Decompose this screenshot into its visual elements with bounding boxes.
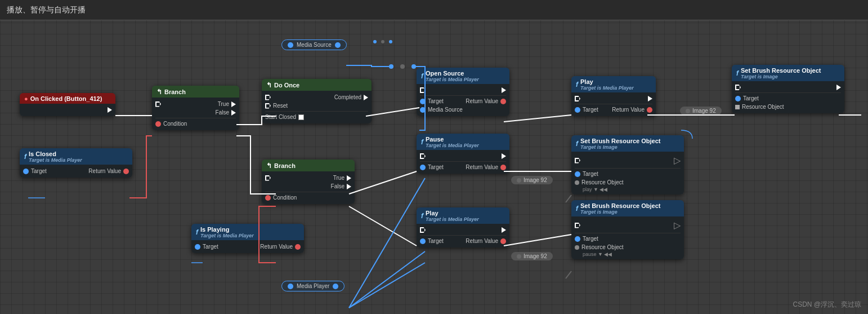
pause-target: Target Return Value: [420, 163, 506, 171]
do-once-header: ↰ Do Once: [262, 79, 372, 91]
start-closed-checkbox[interactable]: [298, 114, 304, 120]
sb3-res-pin: [575, 245, 579, 250]
sb3-resource: Resource Object: [575, 243, 681, 251]
exec-in: [265, 95, 271, 100]
sb1-res-pin: [735, 105, 740, 109]
exec-arrow-icon: [108, 107, 112, 113]
pause-node: f Pause Target is Media Player Target Re…: [417, 134, 509, 174]
sb3-res-label: pause ▼ ◀◀: [575, 251, 681, 257]
pl2-exec-out: [648, 96, 652, 101]
media-source-connectors: [373, 40, 392, 43]
return-pin: [123, 169, 129, 174]
is-playing-node: f Is Playing Target is Media Player Targ…: [191, 224, 304, 253]
branch2-condition: Condition: [265, 193, 351, 202]
os-exec-in: [420, 87, 426, 93]
branch1-node: ↰ Branch True False Condition: [152, 86, 239, 130]
sb1-target: Target: [735, 94, 841, 103]
pl-target: [420, 238, 426, 244]
img-pin1: [686, 109, 690, 113]
mp-pin: [288, 284, 293, 289]
play2-exec: [575, 95, 652, 103]
open-source-target: Target Return Value: [420, 97, 506, 105]
dot1: [373, 40, 377, 43]
p-target: [420, 165, 426, 170]
sb2-exec: ▷: [575, 154, 681, 167]
set-brush3-body: ▷ Target Resource Object pause ▼ ◀◀: [571, 216, 684, 259]
play2-pins: Target Return Value: [575, 105, 652, 114]
is-closed-node: f Is Closed Target is Media Player Targe…: [20, 148, 132, 178]
mp-out-pin: [333, 284, 338, 289]
exec-in2: [265, 175, 271, 181]
title-bar: 播放、暂停与自动开播: [0, 0, 868, 20]
do-once-body: Completed Reset Start Closed: [262, 91, 372, 123]
branch2-body: True False Condition: [262, 171, 355, 204]
set-brush3-node: f Set Brush Resource Object Target is Im…: [571, 200, 684, 259]
set-brush2-node: f Set Brush Resource Object Target is Im…: [571, 135, 684, 194]
page-title: 播放、暂停与自动开播: [7, 5, 86, 15]
branch1-header: ↰ Branch: [152, 86, 239, 98]
return-pin2: [295, 244, 301, 250]
play-body: Target Return Value: [417, 224, 509, 247]
open-source-header: f Open Source Target is Media Player: [417, 68, 509, 84]
sb3-target-pin: [575, 236, 580, 242]
play-exec: [420, 226, 506, 234]
branch1-false-row: False: [155, 108, 236, 117]
true-arrow: [231, 101, 236, 107]
false-arrow: [231, 110, 236, 116]
play-node: f Play Target is Media Player Target Ret…: [417, 207, 509, 247]
pl-exec-in: [420, 227, 426, 233]
play2-body: Target Return Value: [571, 92, 656, 116]
image92-pill-1: Image 92: [680, 107, 722, 115]
pause-header: f Pause Target is Media Player: [417, 134, 509, 150]
cond-pin: [265, 195, 271, 201]
sb2-target-pin: [575, 171, 580, 177]
branch2-false: False: [265, 182, 351, 191]
sb1-exec: [735, 83, 841, 91]
ms-pin: [288, 42, 293, 48]
sb1-resource: Resource Object: [735, 103, 841, 111]
sb2-resource: Resource Object: [575, 178, 681, 187]
image92-pill-2: Image 92: [511, 176, 553, 184]
image92-pill-3: Image 92: [511, 252, 553, 260]
sb2-target: Target: [575, 170, 681, 178]
branch1-condition: Condition: [155, 120, 236, 128]
on-clicked-exec-out: [23, 106, 112, 114]
img-pin2: [517, 178, 521, 183]
false-out: [347, 184, 351, 189]
media-player-pill: Media Player: [281, 281, 344, 291]
is-closed-body: Target Return Value: [20, 165, 132, 178]
sb2-res-label: play ▼ ◀◀: [575, 187, 681, 192]
reset-icon: [265, 103, 271, 109]
sb2-in: [575, 158, 580, 163]
dot3: [389, 40, 392, 43]
os-target-pin: [420, 99, 426, 104]
sb1-in: [735, 85, 741, 90]
watermark: CSDN @浮沉、奕过琼: [793, 300, 861, 309]
is-closed-header: f Is Closed Target is Media Player: [20, 148, 132, 165]
play-header: f Play Target is Media Player: [417, 207, 509, 224]
true-out: [347, 175, 351, 181]
os-exec-out: [502, 87, 506, 93]
play2-header: f Play Target is Media Player: [571, 76, 656, 92]
sb1-out: [836, 85, 841, 90]
pl-ret: [500, 238, 506, 244]
p-exec-out: [502, 153, 506, 159]
p-ret: [500, 165, 506, 170]
do-once-reset: Reset: [265, 101, 368, 110]
target-pin2: [195, 244, 200, 250]
sb2-res-pin: [575, 180, 579, 185]
pl2-ret: [647, 107, 652, 113]
branch2-node: ↰ Branch True False Condition: [262, 160, 355, 204]
completed-arrow: [364, 95, 368, 100]
play2-node: f Play Target is Media Player Target Ret…: [571, 76, 656, 116]
open-source-node: f Open Source Target is Media Player Tar…: [417, 68, 509, 116]
is-playing-pins: Target Return Value: [195, 242, 301, 251]
os-ret-pin: [500, 99, 506, 104]
media-source-pill: Media Source: [281, 39, 347, 50]
os-media-pin: [420, 107, 426, 113]
set-brush2-body: ▷ Target Resource Object play ▼ ◀◀: [571, 152, 684, 194]
pause-exec: [420, 152, 506, 160]
set-brush1-header: f Set Brush Resource Object Target is Im…: [732, 65, 844, 81]
set-brush1-body: Target Resource Object: [732, 81, 844, 113]
is-playing-header: f Is Playing Target is Media Player: [191, 224, 304, 240]
